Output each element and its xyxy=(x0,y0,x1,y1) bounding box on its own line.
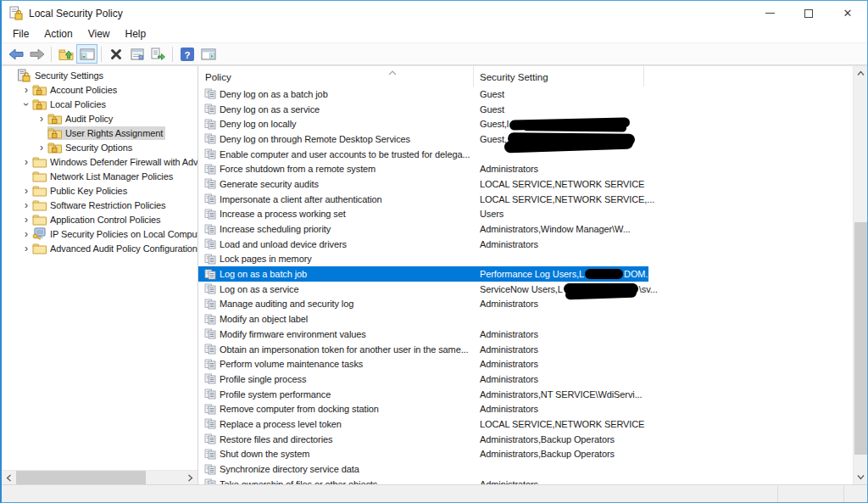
tree-item-audit-policy[interactable]: ›Audit Policy xyxy=(2,111,198,126)
tree-item-public-key-policies[interactable]: ›Public Key Policies xyxy=(2,183,198,198)
scroll-up-icon[interactable] xyxy=(854,66,867,81)
column-header-security-setting[interactable]: Security Setting xyxy=(474,66,644,87)
show-console-tree-icon[interactable] xyxy=(76,44,97,64)
tree-item-label: User Rights Assignment xyxy=(63,128,163,138)
policy-item-icon xyxy=(204,433,216,444)
tree-horizontal-scrollbar[interactable] xyxy=(2,470,198,484)
list-vertical-scrollbar[interactable] xyxy=(853,66,867,484)
tree-item-network-list-manager-policies[interactable]: Network List Manager Policies xyxy=(2,169,198,183)
policy-row[interactable]: Generate security auditsLOCAL SERVICE,NE… xyxy=(198,176,648,192)
chevron-right-icon[interactable]: › xyxy=(36,143,47,153)
tree-item-security-settings[interactable]: Security Settings xyxy=(2,68,198,82)
tree-item-account-policies[interactable]: ›Account Policies xyxy=(2,82,198,97)
tree-item-security-options[interactable]: ›Security Options xyxy=(2,140,198,154)
policy-row[interactable]: Modify firmware environment valuesAdmini… xyxy=(198,327,648,342)
forward-icon[interactable] xyxy=(26,44,47,64)
help-icon[interactable]: ? xyxy=(176,44,198,64)
setting-text: LOCAL SERVICE,NETWORK SERVICE,... xyxy=(480,194,654,204)
chevron-right-icon[interactable]: › xyxy=(20,200,32,210)
maximize-button[interactable] xyxy=(789,1,828,25)
tree-item-ip-security-policies-on-local-compute[interactable]: ›IP Security Policies on Local Compute xyxy=(2,226,198,241)
policy-row[interactable]: Force shutdown from a remote systemAdmin… xyxy=(198,161,648,176)
policy-row[interactable]: Restore files and directoriesAdministrat… xyxy=(198,432,648,447)
chevron-right-icon[interactable]: › xyxy=(20,157,32,167)
export-list-icon[interactable] xyxy=(147,44,169,64)
chevron-right-icon[interactable]: › xyxy=(20,229,32,239)
chevron-right-icon[interactable]: › xyxy=(20,186,32,196)
tree-item-label: Audit Policy xyxy=(63,114,113,124)
tree-entry[interactable]: IP Security Policies on Local Compute xyxy=(32,227,198,241)
policy-row[interactable]: Load and unload device driversAdministra… xyxy=(198,237,648,252)
chevron-down-icon[interactable]: › xyxy=(21,98,31,110)
chevron-right-icon[interactable]: › xyxy=(20,243,32,254)
up-one-level-icon[interactable] xyxy=(55,44,76,64)
policy-row[interactable]: Obtain an impersonation token for anothe… xyxy=(198,342,648,357)
policy-row[interactable]: Synchronize directory service data xyxy=(198,461,648,477)
policy-row[interactable]: Log on as a batch jobPerformance Log Use… xyxy=(198,266,648,282)
scroll-down-icon[interactable] xyxy=(854,470,867,484)
show-action-pane-icon[interactable] xyxy=(198,44,219,64)
policy-row[interactable]: Log on as a serviceServiceNow Users,L\sv… xyxy=(198,282,648,297)
policy-row[interactable]: Increase a process working setUsers xyxy=(198,207,648,222)
scroll-right-icon[interactable] xyxy=(183,471,198,485)
policy-row[interactable]: Modify an object label xyxy=(198,311,648,327)
tree-item-user-rights-assignment[interactable]: User Rights Assignment xyxy=(2,126,198,140)
tree-entry[interactable]: Security Settings xyxy=(17,69,106,82)
menu-help[interactable]: Help xyxy=(118,26,154,42)
tree-scrollbar-thumb[interactable] xyxy=(16,471,146,485)
tree-item-local-policies[interactable]: ›Local Policies xyxy=(2,97,198,111)
setting-text: Administrators,Backup Operators xyxy=(480,434,615,444)
tree-entry[interactable]: Security Options xyxy=(47,141,135,154)
policy-row[interactable]: Profile system performanceAdministrators… xyxy=(198,387,648,402)
properties-icon[interactable] xyxy=(126,44,147,64)
list-scrollbar-thumb[interactable] xyxy=(854,222,867,455)
close-button[interactable]: ✕ xyxy=(828,1,867,25)
menu-file[interactable]: File xyxy=(5,26,36,42)
tree-item-windows-defender-firewall-with-adva[interactable]: ›Windows Defender Firewall with Adva xyxy=(2,154,198,169)
setting-text: LOCAL SERVICE,NETWORK SERVICE xyxy=(480,179,644,189)
delete-icon[interactable] xyxy=(105,44,126,64)
policy-row[interactable]: Deny log on as a serviceGuest xyxy=(198,102,648,117)
policy-row[interactable]: Take ownership of files or other objects… xyxy=(198,477,648,484)
tree-entry[interactable]: Public Key Policies xyxy=(32,184,130,198)
chevron-right-icon[interactable]: › xyxy=(20,215,32,225)
policy-row[interactable]: Lock pages in memory xyxy=(198,252,648,267)
chevron-right-icon[interactable]: › xyxy=(36,114,47,124)
policy-row[interactable]: Increase scheduling priorityAdministrato… xyxy=(198,221,648,237)
column-header-policy[interactable]: Policy xyxy=(198,66,474,87)
scroll-left-icon[interactable] xyxy=(2,471,16,485)
back-icon[interactable] xyxy=(5,44,26,64)
tree-entry[interactable]: Advanced Audit Policy Configuration xyxy=(32,242,198,255)
root-icon xyxy=(17,69,32,81)
security-setting-value: LOCAL SERVICE,NETWORK SERVICE xyxy=(474,419,652,429)
policy-row[interactable]: Profile single processAdministrators xyxy=(198,372,648,387)
policy-row[interactable]: Deny log on locallyGuest,l xyxy=(198,116,648,131)
tree-entry[interactable]: Account Policies xyxy=(32,83,120,97)
tree-entry[interactable]: User Rights Assignment xyxy=(47,126,165,140)
policy-row[interactable]: Deny log on through Remote Desktop Servi… xyxy=(198,131,648,147)
tree-entry[interactable]: Local Policies xyxy=(32,98,108,111)
policy-row[interactable]: Shut down the systemAdministrators,Backu… xyxy=(198,447,648,462)
policy-row[interactable]: Impersonate a client after authenticatio… xyxy=(198,192,648,207)
security-setting-value: Administrators xyxy=(474,164,652,174)
tree-entry[interactable]: Application Control Policies xyxy=(32,213,164,226)
policy-row[interactable]: Deny log on as a batch jobGuest xyxy=(198,87,648,102)
tree-item-label: Software Restriction Policies xyxy=(47,200,166,210)
policy-name: Obtain an impersonation token for anothe… xyxy=(220,344,474,355)
policy-row[interactable]: Replace a process level tokenLOCAL SERVI… xyxy=(198,416,648,432)
tree-item-application-control-policies[interactable]: ›Application Control Policies xyxy=(2,212,198,226)
policy-row[interactable]: Perform volume maintenance tasksAdminist… xyxy=(198,356,648,372)
policy-name: Log on as a batch job xyxy=(220,269,474,279)
tree-entry[interactable]: Network List Manager Policies xyxy=(32,170,175,183)
menu-action[interactable]: Action xyxy=(36,26,80,42)
minimize-button[interactable] xyxy=(750,1,789,25)
chevron-right-icon[interactable]: › xyxy=(20,85,32,95)
policy-name: Shut down the system xyxy=(220,449,474,459)
tree-item-advanced-audit-policy-configuration[interactable]: ›Advanced Audit Policy Configuration xyxy=(2,241,198,255)
tree-entry[interactable]: Audit Policy xyxy=(47,112,115,126)
tree-entry[interactable]: Windows Defender Firewall with Adva xyxy=(32,155,198,169)
policy-row[interactable]: Remove computer from docking stationAdmi… xyxy=(198,401,648,416)
tree-item-software-restriction-policies[interactable]: ›Software Restriction Policies xyxy=(2,198,198,212)
menu-view[interactable]: View xyxy=(81,26,118,42)
tree-entry[interactable]: Software Restriction Policies xyxy=(32,198,169,212)
